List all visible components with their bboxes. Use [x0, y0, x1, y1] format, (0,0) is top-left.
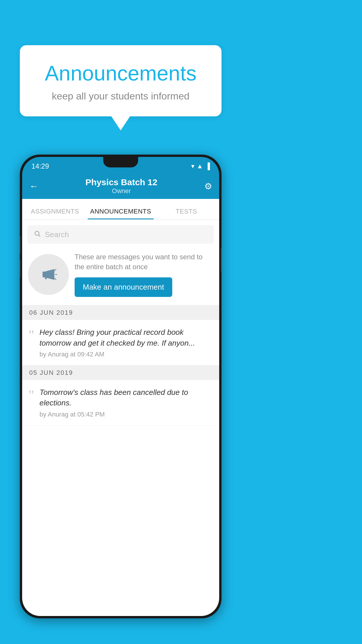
- volume-up-button[interactable]: [20, 236, 21, 254]
- speech-bubble-tail: [111, 116, 130, 130]
- status-icons: ▾ ▲ ▐: [191, 162, 210, 170]
- promo-icon-circle: [28, 254, 69, 295]
- promo-description: These are messages you want to send to t…: [75, 252, 213, 272]
- speech-bubble-card: Announcements keep all your students inf…: [20, 45, 222, 116]
- svg-line-3: [55, 269, 56, 271]
- app-bar-subtitle: Owner: [38, 187, 204, 195]
- speech-bubble-container: Announcements keep all your students inf…: [20, 45, 222, 130]
- app-bar-title-block: Physics Batch 12 Owner: [38, 177, 204, 195]
- announcement-text-2: Tomorrow's class has been cancelled due …: [40, 387, 213, 418]
- date-separator-2: 05 JUN 2019: [22, 365, 219, 380]
- quote-icon-2: ": [29, 388, 34, 402]
- date-separator-1: 06 JUN 2019: [22, 305, 219, 320]
- announcement-meta-1: by Anurag at 09:42 AM: [40, 351, 213, 358]
- tab-announcements[interactable]: ANNOUNCEMENTS: [88, 208, 153, 219]
- signal-icon: ▲: [197, 162, 203, 170]
- quote-icon-1: ": [29, 328, 34, 342]
- volume-down-button[interactable]: [20, 260, 21, 277]
- settings-icon[interactable]: ⚙: [204, 181, 212, 191]
- announcement-message-1: Hey class! Bring your practical record b…: [40, 327, 213, 348]
- make-announcement-button[interactable]: Make an announcement: [75, 277, 172, 297]
- tab-tests[interactable]: TESTS: [154, 208, 219, 219]
- speech-bubble-title: Announcements: [34, 61, 207, 85]
- promo-text-block: These are messages you want to send to t…: [75, 252, 213, 297]
- back-button[interactable]: ←: [29, 181, 38, 192]
- search-bar[interactable]: Search: [27, 225, 214, 244]
- phone-screen: ← Physics Batch 12 Owner ⚙ ASSIGNMENTS A…: [22, 173, 219, 616]
- app-bar: ← Physics Batch 12 Owner ⚙: [22, 173, 219, 199]
- status-time: 14:29: [31, 162, 49, 170]
- tab-bar: ASSIGNMENTS ANNOUNCEMENTS TESTS: [22, 199, 219, 220]
- svg-line-5: [55, 278, 56, 280]
- speech-bubble-subtitle: keep all your students informed: [34, 90, 207, 102]
- announcement-text-1: Hey class! Bring your practical record b…: [40, 327, 213, 358]
- svg-rect-2: [43, 272, 45, 277]
- phone-notch: [103, 157, 138, 167]
- phone-inner: 14:29 ▾ ▲ ▐ ← Physics Batch 12 Owner ⚙: [22, 157, 219, 616]
- battery-icon: ▐: [205, 162, 210, 170]
- power-button[interactable]: [221, 248, 222, 271]
- search-icon: [34, 230, 41, 239]
- tab-assignments[interactable]: ASSIGNMENTS: [22, 208, 88, 219]
- search-placeholder: Search: [45, 230, 69, 239]
- announcement-item-2[interactable]: " Tomorrow's class has been cancelled du…: [22, 380, 219, 426]
- announcement-meta-2: by Anurag at 05:42 PM: [40, 411, 213, 418]
- announcement-item-1[interactable]: " Hey class! Bring your practical record…: [22, 320, 219, 365]
- wifi-icon: ▾: [191, 162, 194, 170]
- screen-content: Search: [22, 220, 219, 616]
- announcement-message-2: Tomorrow's class has been cancelled due …: [40, 387, 213, 408]
- phone-frame: 14:29 ▾ ▲ ▐ ← Physics Batch 12 Owner ⚙: [20, 155, 222, 618]
- announcement-promo: These are messages you want to send to t…: [22, 244, 219, 305]
- app-bar-title: Physics Batch 12: [38, 177, 204, 187]
- svg-point-0: [35, 231, 39, 235]
- svg-line-1: [39, 235, 41, 237]
